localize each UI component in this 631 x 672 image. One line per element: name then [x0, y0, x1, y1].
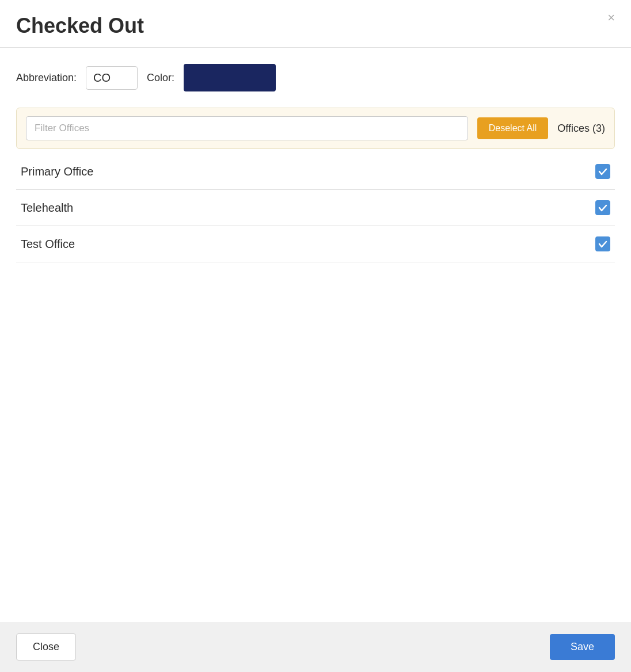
office-row: Test Office — [16, 226, 615, 262]
color-label: Color: — [147, 72, 174, 84]
modal-container: Checked Out × Abbreviation: Color: Desel… — [0, 0, 631, 672]
office-checkbox[interactable] — [595, 236, 610, 251]
modal-footer: Close Save — [0, 622, 631, 672]
modal-header: Checked Out × — [0, 0, 631, 48]
office-name: Primary Office — [21, 165, 93, 178]
filter-input[interactable] — [26, 116, 468, 140]
close-button[interactable]: Close — [16, 633, 76, 660]
office-row: Primary Office — [16, 154, 615, 190]
office-checkbox[interactable] — [595, 200, 610, 215]
offices-count: Offices (3) — [557, 123, 605, 135]
close-icon[interactable]: × — [607, 12, 615, 24]
office-name: Telehealth — [21, 201, 73, 215]
filter-bar: Deselect All Offices (3) — [16, 108, 615, 149]
office-row: Telehealth — [16, 190, 615, 226]
abbreviation-label: Abbreviation: — [16, 72, 77, 84]
color-swatch[interactable] — [184, 64, 276, 91]
office-name: Test Office — [21, 238, 75, 251]
abbreviation-input[interactable] — [86, 66, 138, 90]
abbreviation-row: Abbreviation: Color: — [16, 64, 615, 91]
save-button[interactable]: Save — [550, 634, 615, 660]
modal-body: Abbreviation: Color: Deselect All Office… — [0, 48, 631, 622]
office-checkbox[interactable] — [595, 164, 610, 179]
modal-title: Checked Out — [16, 14, 615, 38]
deselect-all-button[interactable]: Deselect All — [477, 117, 549, 139]
office-list: Primary Office Telehealth Test Office — [16, 154, 615, 262]
